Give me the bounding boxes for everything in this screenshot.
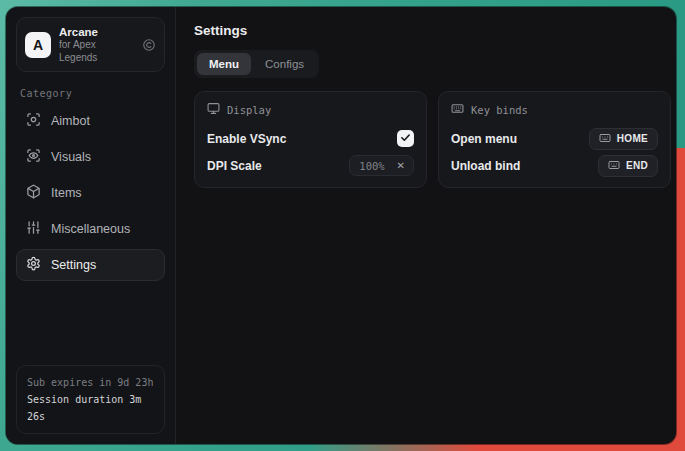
sub-expires-text: Sub expires in 9d 23h (27, 374, 154, 391)
sidebar-item-label: Visuals (51, 150, 91, 164)
category-nav: Aimbot Visuals (16, 105, 165, 281)
sidebar-item-items[interactable]: Items (16, 177, 165, 209)
monitor-icon (207, 102, 220, 117)
sliders-icon (26, 220, 41, 238)
keyboard-icon (599, 132, 611, 146)
crosshair-icon (26, 112, 41, 130)
scan-eye-icon (26, 148, 41, 166)
unload-bind-row: Unload bind END (451, 154, 658, 177)
brand-text: Arcane for Apex Legends (59, 25, 134, 64)
settings-tab-group: Menu Configs (194, 50, 319, 78)
dpi-scale-input[interactable]: 100% (350, 160, 388, 172)
gear-icon (26, 256, 41, 274)
sidebar-item-visuals[interactable]: Visuals (16, 141, 165, 173)
keybinds-card-title: Key binds (471, 104, 528, 116)
keyboard-icon (451, 102, 464, 117)
open-menu-bind-button[interactable]: HOME (589, 128, 658, 150)
package-icon (26, 184, 41, 202)
copyright-icon[interactable] (142, 38, 156, 52)
tab-menu[interactable]: Menu (197, 53, 251, 75)
dpi-scale-label: DPI Scale (207, 159, 262, 173)
settings-cards: Display Enable VSync (194, 91, 671, 188)
brand-name: Arcane (59, 25, 134, 39)
display-card-header: Display (207, 102, 414, 117)
display-card-title: Display (227, 104, 271, 116)
sidebar-item-label: Items (51, 186, 82, 200)
page-title: Settings (194, 23, 671, 38)
session-duration-text: Session duration 3m 26s (27, 391, 154, 425)
sidebar-item-settings[interactable]: Settings (16, 249, 165, 281)
main-content: Settings Menu Configs Display (176, 7, 676, 444)
sidebar-item-aimbot[interactable]: Aimbot (16, 105, 165, 137)
sidebar-item-label: Settings (51, 258, 96, 272)
subscription-info-card: Sub expires in 9d 23h Session duration 3… (16, 365, 165, 434)
sidebar-item-miscellaneous[interactable]: Miscellaneous (16, 213, 165, 245)
brand-card: A Arcane for Apex Legends (16, 17, 165, 72)
unload-bind-label: Unload bind (451, 159, 520, 173)
enable-vsync-checkbox[interactable] (397, 130, 414, 147)
sidebar: A Arcane for Apex Legends Category (6, 7, 176, 444)
dpi-scale-row: DPI Scale 100% ✕ (207, 154, 414, 177)
game-backdrop: A Arcane for Apex Legends Category (0, 0, 685, 451)
keybinds-card: Key binds Open menu HOME (438, 91, 671, 188)
unload-bind-button[interactable]: END (598, 155, 658, 177)
open-menu-row: Open menu HOME (451, 127, 658, 150)
brand-subtitle: for Apex Legends (59, 39, 134, 64)
tab-configs[interactable]: Configs (253, 53, 316, 75)
display-card: Display Enable VSync (194, 91, 427, 188)
vsync-row: Enable VSync (207, 127, 414, 150)
brand-logo: A (25, 32, 51, 58)
open-menu-label: Open menu (451, 132, 517, 146)
dpi-clear-button[interactable]: ✕ (389, 156, 413, 175)
sidebar-item-label: Aimbot (51, 114, 90, 128)
keybinds-card-header: Key binds (451, 102, 658, 117)
checkmark-icon (400, 131, 411, 146)
dpi-scale-control: 100% ✕ (349, 155, 414, 176)
sidebar-item-label: Miscellaneous (51, 222, 130, 236)
category-label: Category (20, 88, 161, 99)
open-menu-key-label: HOME (617, 133, 648, 144)
keyboard-icon (608, 159, 620, 173)
unload-bind-key-label: END (626, 160, 648, 171)
vsync-label: Enable VSync (207, 132, 286, 146)
app-window: A Arcane for Apex Legends Category (6, 7, 676, 444)
